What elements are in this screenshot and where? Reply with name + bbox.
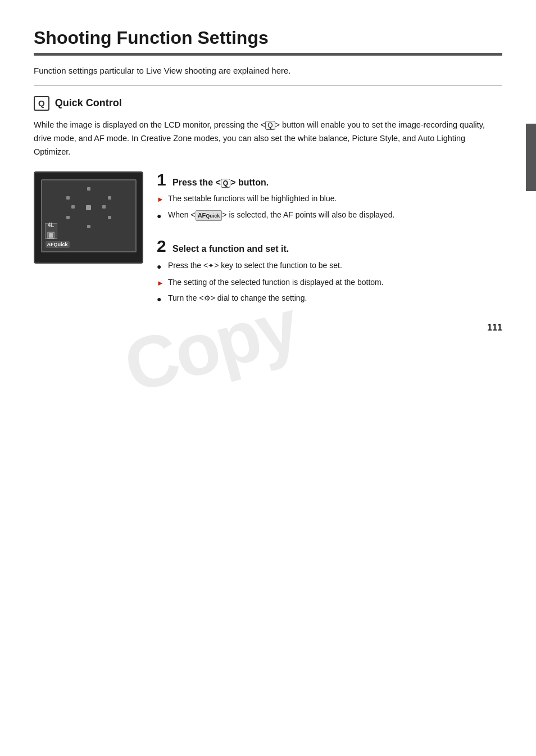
section-icon-box: Q (34, 96, 49, 111)
content-area: 4L ▣ AFQuick 1 Press the <Q> button. ► T… (34, 171, 502, 322)
step-2-bullet-2: ► The setting of the selected function i… (157, 277, 502, 289)
step-1-header: 1 Press the <Q> button. (157, 171, 502, 189)
af-row-4 (66, 216, 111, 219)
af-dot (87, 187, 90, 191)
section-intro: While the image is displayed on the LCD … (34, 119, 502, 159)
af-row-2 (66, 196, 111, 200)
af-dot-center (86, 205, 91, 210)
arrow-icon-2: ► (157, 278, 165, 289)
af-row-3 (71, 205, 106, 210)
section-header: Q Quick Control (34, 96, 502, 111)
step-2-bullet-1-text: Press the <✦> key to select the function… (168, 260, 342, 272)
step-2-bullet-3: ● Turn the <⚙> dial to change the settin… (157, 292, 502, 306)
step-1-bullet-2: ● When <AFQuick> is selected, the AF poi… (157, 209, 502, 223)
af-dot (108, 196, 111, 200)
step-1: 1 Press the <Q> button. ► The settable f… (157, 171, 502, 223)
q-button-step1: Q (221, 179, 230, 188)
step-2-header: 2 Select a function and set it. (157, 238, 502, 255)
step-2-content: ● Press the <✦> key to select the functi… (157, 260, 502, 306)
af-row-5 (87, 225, 90, 228)
step-2-bullet-2-text: The setting of the selected function is … (168, 277, 384, 289)
step-1-number: 1 (157, 171, 169, 188)
af-dot (102, 205, 106, 209)
step-1-title: Press the <Q> button. (172, 177, 269, 189)
step-2: 2 Select a function and set it. ● Press … (157, 238, 502, 305)
step-2-bullet-3-text: Turn the <⚙> dial to change the setting. (168, 292, 307, 305)
lcd-screen: 4L ▣ AFQuick (41, 179, 137, 252)
step-1-content: ► The settable functions will be highlig… (157, 193, 502, 222)
page-title: Shooting Function Settings (34, 27, 502, 48)
step-1-bullet-2-text: When <AFQuick> is selected, the AF point… (168, 209, 394, 221)
af-quick-badge: AFQuick (196, 210, 222, 221)
side-accent-bar (526, 124, 536, 191)
lcd-left-icon: 4L ▣ (45, 223, 57, 239)
camera-lcd-mockup: 4L ▣ AFQuick (34, 171, 143, 264)
q-button-inline: Q (265, 121, 275, 130)
af-dot (87, 225, 90, 228)
step-2-number: 2 (157, 238, 169, 255)
step-2-bullet-1: ● Press the <✦> key to select the functi… (157, 260, 502, 273)
bullet-dot-icon-2: ● (157, 261, 165, 273)
step-2-title: Select a function and set it. (172, 243, 289, 255)
section-heading: Quick Control (55, 97, 122, 109)
dial-icon: ⚙ (204, 293, 211, 304)
page: 111 Copy Shooting Function Settings Func… (0, 0, 536, 355)
bullet-dot-icon-3: ● (157, 293, 165, 306)
af-dot (71, 205, 75, 209)
page-subtitle: Function settings particular to Live Vie… (34, 65, 502, 78)
section-icon-label: Q (38, 98, 45, 108)
step-1-bullet-1: ► The settable functions will be highlig… (157, 193, 502, 205)
af-dot (66, 216, 70, 219)
af-dot (108, 216, 111, 219)
page-number: 111 (487, 323, 502, 333)
title-underline-bar (34, 53, 502, 56)
lcd-afquick-label: AFQuick (46, 241, 70, 248)
af-row-1 (87, 187, 90, 191)
step-1-bullet-1-text: The settable functions will be highlight… (168, 193, 337, 205)
af-dot (66, 196, 70, 200)
section-divider (34, 85, 502, 86)
arrow-icon-1: ► (157, 194, 165, 205)
steps-area: 1 Press the <Q> button. ► The settable f… (157, 171, 502, 322)
af-grid (42, 187, 135, 228)
cross-key-icon: ✦ (208, 260, 214, 271)
bullet-dot-icon-1: ● (157, 210, 165, 223)
